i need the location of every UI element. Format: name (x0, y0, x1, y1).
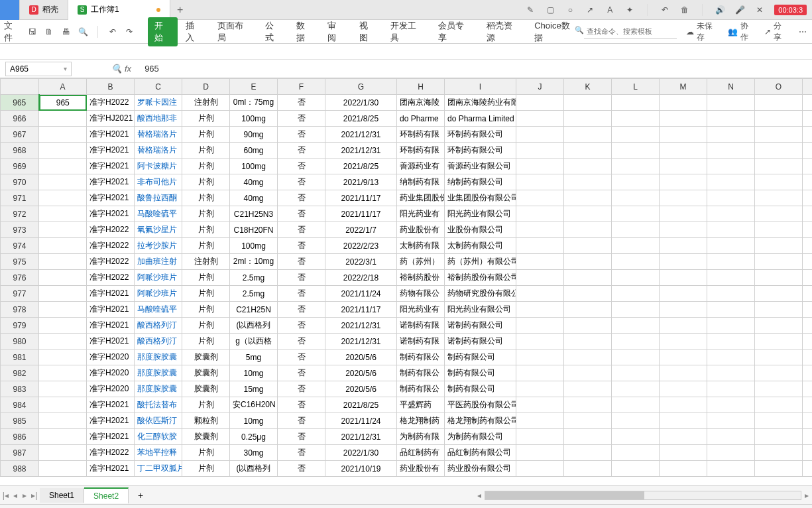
row-header[interactable]: 977 (1, 286, 39, 302)
cell[interactable] (803, 270, 813, 286)
cell[interactable]: 胶囊剂 (182, 349, 230, 365)
cell[interactable] (612, 127, 660, 143)
cell[interactable]: 2.5mg (230, 286, 278, 302)
cell[interactable] (39, 318, 87, 334)
cell[interactable]: 片剂 (182, 318, 230, 334)
cell[interactable]: 环制药有限 (397, 127, 445, 143)
ribbon-tab-formula[interactable]: 公式 (259, 17, 288, 46)
cell[interactable] (803, 143, 813, 159)
cell[interactable] (707, 270, 755, 286)
cell[interactable] (755, 461, 803, 477)
cell[interactable]: 否 (278, 318, 325, 334)
cell[interactable] (660, 159, 707, 174)
cell[interactable]: 善源药业有限公司 (445, 159, 516, 174)
ribbon-tab-member[interactable]: 会员专享 (432, 17, 478, 46)
cell[interactable] (707, 95, 755, 111)
row-header[interactable]: 984 (1, 397, 39, 413)
redo-icon[interactable]: ↷ (125, 27, 135, 37)
cell[interactable]: 否 (278, 365, 325, 381)
cell[interactable] (39, 111, 87, 127)
cell[interactable]: 30mg (230, 445, 278, 461)
col-header-H[interactable]: H (397, 79, 445, 95)
cell[interactable] (39, 413, 87, 429)
cell[interactable]: 40mg (230, 190, 278, 206)
save-as-icon[interactable]: 🗎 (44, 27, 55, 37)
cell[interactable] (564, 461, 612, 477)
cell[interactable]: 否 (278, 111, 325, 127)
sheet-first-icon[interactable]: |◂ (3, 491, 9, 500)
cell[interactable]: 团南京海陵 (397, 95, 445, 111)
cell[interactable]: 准字H2020 (87, 381, 135, 397)
cell[interactable] (803, 222, 813, 238)
col-header-L[interactable]: L (612, 79, 660, 95)
row-header[interactable]: 981 (1, 349, 39, 365)
cell[interactable]: C18H20FN (230, 222, 278, 238)
cell[interactable]: 阿哌沙班片 (135, 286, 182, 302)
cell[interactable]: 那度胺胶囊 (135, 349, 182, 365)
cell[interactable]: 业集团股份有限公司 (445, 190, 516, 206)
edit-icon[interactable]: ✎ (525, 5, 536, 15)
cell[interactable] (755, 190, 803, 206)
cell[interactable] (755, 127, 803, 143)
cell[interactable]: 加曲班注射 (135, 254, 182, 270)
cell[interactable] (564, 413, 612, 429)
cell[interactable]: 品红制药有限公司 (445, 445, 516, 461)
cell[interactable] (564, 254, 612, 270)
cell[interactable]: 片剂 (182, 445, 230, 461)
cell[interactable]: 非布司他片 (135, 174, 182, 190)
cell[interactable]: 2021/12/31 (325, 127, 397, 143)
col-header-D[interactable]: D (182, 79, 230, 95)
cell[interactable]: 品红制药有 (397, 445, 445, 461)
cell[interactable]: 2021/12/31 (325, 429, 397, 445)
cell[interactable]: 0.25μg (230, 429, 278, 445)
spreadsheet-grid[interactable]: ABCDEFGHIJKLMNOPQ965965准字H2022罗哌卡因注注射剂0m… (0, 78, 812, 485)
cell[interactable]: 2022/1/30 (325, 445, 397, 461)
cell[interactable] (564, 381, 612, 397)
delete-icon[interactable]: 🗑 (679, 5, 690, 15)
cell[interactable]: 否 (278, 159, 325, 174)
scroll-thumb[interactable] (485, 491, 644, 499)
cell[interactable]: 否 (278, 127, 325, 143)
cell[interactable] (612, 286, 660, 302)
cell[interactable] (660, 127, 707, 143)
cell[interactable]: 安C16H20N (230, 397, 278, 413)
cell[interactable]: 准字H2021 (87, 302, 135, 318)
cell[interactable]: 准字H2020 (87, 349, 135, 365)
cell[interactable] (803, 206, 813, 222)
name-box[interactable]: A965▾ (5, 62, 72, 76)
cell[interactable] (564, 238, 612, 254)
cell[interactable] (516, 222, 564, 238)
cell[interactable]: 10mg (230, 365, 278, 381)
cell[interactable] (564, 270, 612, 286)
cell[interactable]: 60mg (230, 143, 278, 159)
cell[interactable]: 药业股份有 (397, 222, 445, 238)
cell[interactable] (564, 127, 612, 143)
cell[interactable]: 酸西格列汀 (135, 318, 182, 334)
cell[interactable] (516, 381, 564, 397)
cell[interactable] (564, 349, 612, 365)
cell[interactable]: 丁二甲双胍片 (135, 461, 182, 477)
cell[interactable]: 片剂 (182, 461, 230, 477)
cell[interactable]: 片剂 (182, 159, 230, 174)
cell[interactable]: 否 (278, 174, 325, 190)
cell[interactable]: 马酸喹硫平 (135, 302, 182, 318)
cell[interactable]: 40mg (230, 174, 278, 190)
cell[interactable]: 罗哌卡因注 (135, 95, 182, 111)
cell[interactable]: 为制药有限 (397, 429, 445, 445)
cell[interactable]: 片剂 (182, 111, 230, 127)
cell[interactable] (516, 143, 564, 159)
cell[interactable]: 片剂 (182, 270, 230, 286)
cell[interactable] (755, 222, 803, 238)
row-header[interactable]: 982 (1, 365, 39, 381)
undo-icon[interactable]: ↶ (660, 5, 670, 15)
cell[interactable]: 2021/9/13 (325, 174, 397, 190)
col-header-N[interactable]: N (707, 79, 755, 95)
cell[interactable] (612, 190, 660, 206)
cell[interactable] (803, 111, 813, 127)
cell[interactable] (612, 302, 660, 318)
row-header[interactable]: 968 (1, 143, 39, 159)
cell[interactable] (516, 206, 564, 222)
cell[interactable]: 否 (278, 381, 325, 397)
cell[interactable]: 10mg (230, 413, 278, 429)
cell[interactable] (803, 286, 813, 302)
